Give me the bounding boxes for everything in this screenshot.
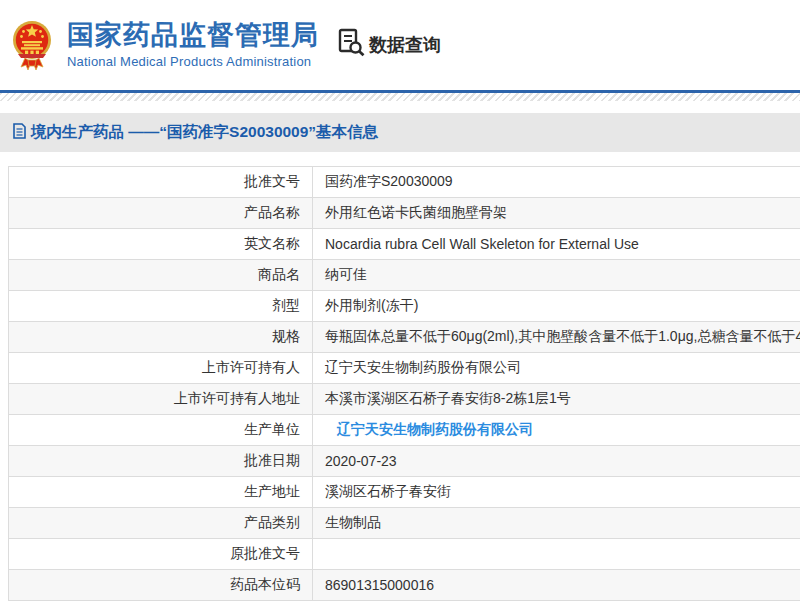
table-row: 生产地址 溪湖区石桥子春安街: [9, 477, 800, 508]
row-value: [313, 539, 800, 570]
row-value: 2020-07-23: [313, 446, 800, 477]
section-title-bar: 境内生产药品 ——“国药准字S20030009”基本信息: [0, 113, 800, 152]
row-label: 药品本位码: [9, 570, 313, 601]
national-emblem-icon: [12, 16, 52, 74]
site-logo: 国家药品监督管理局 National Medical Products Admi…: [12, 16, 319, 74]
table-row: 英文名称 Nocardia rubra Cell Wall Skeleton f…: [9, 229, 800, 260]
hatched-divider: [0, 93, 800, 101]
row-label: 生产单位: [9, 415, 313, 446]
table-row: 原批准文号: [9, 539, 800, 570]
row-value: 辽宁天安生物制药股份有限公司: [313, 353, 800, 384]
row-value: 生物制品: [313, 508, 800, 539]
table-row: 批准文号 国药准字S20030009: [9, 167, 800, 198]
row-label: 批准日期: [9, 446, 313, 477]
row-value: 86901315000016: [313, 570, 800, 601]
table-row: 规格 每瓶固体总量不低于60μg(2ml),其中胞壁酸含量不低于1.0μg,总糖…: [9, 322, 800, 353]
row-value: 外用红色诺卡氏菌细胞壁骨架: [313, 198, 800, 229]
row-label: 剂型: [9, 291, 313, 322]
row-value: 外用制剂(冻干): [313, 291, 800, 322]
nav-data-query[interactable]: 数据查询: [338, 28, 441, 61]
table-row: 药品本位码 86901315000016: [9, 570, 800, 601]
row-value: 溪湖区石桥子春安街: [313, 477, 800, 508]
drug-info-table-wrap: 批准文号 国药准字S20030009 产品名称 外用红色诺卡氏菌细胞壁骨架 英文…: [8, 166, 800, 601]
table-row: 产品名称 外用红色诺卡氏菌细胞壁骨架: [9, 198, 800, 229]
row-value: 辽宁天安生物制药股份有限公司: [313, 415, 800, 446]
nav-data-query-label: 数据查询: [369, 33, 441, 57]
table-row: 上市许可持有人地址 本溪市溪湖区石桥子春安街8-2栋1层1号: [9, 384, 800, 415]
producer-link[interactable]: 辽宁天安生物制药股份有限公司: [337, 421, 533, 437]
site-header: 国家药品监督管理局 National Medical Products Admi…: [0, 0, 800, 93]
table-row: 生产单位 辽宁天安生物制药股份有限公司: [9, 415, 800, 446]
row-value: Nocardia rubra Cell Wall Skeleton for Ex…: [313, 229, 800, 260]
row-label: 产品名称: [9, 198, 313, 229]
row-label: 批准文号: [9, 167, 313, 198]
org-name-zh: 国家药品监督管理局: [67, 21, 319, 51]
org-name-en: National Medical Products Administration: [67, 54, 319, 69]
row-label: 原批准文号: [9, 539, 313, 570]
table-row: 商品名 纳可佳: [9, 260, 800, 291]
table-row: 批准日期 2020-07-23: [9, 446, 800, 477]
page-icon: [13, 123, 26, 143]
row-label: 生产地址: [9, 477, 313, 508]
row-label: 英文名称: [9, 229, 313, 260]
table-row: 上市许可持有人 辽宁天安生物制药股份有限公司: [9, 353, 800, 384]
row-value: 每瓶固体总量不低于60μg(2ml),其中胞壁酸含量不低于1.0μg,总糖含量不…: [313, 322, 800, 353]
row-value: 国药准字S20030009: [313, 167, 800, 198]
row-label: 商品名: [9, 260, 313, 291]
row-value: 本溪市溪湖区石桥子春安街8-2栋1层1号: [313, 384, 800, 415]
row-value: 纳可佳: [313, 260, 800, 291]
row-label: 上市许可持有人地址: [9, 384, 313, 415]
table-row: 剂型 外用制剂(冻干): [9, 291, 800, 322]
drug-info-table: 批准文号 国药准字S20030009 产品名称 外用红色诺卡氏菌细胞壁骨架 英文…: [8, 166, 800, 601]
page-title: 境内生产药品 ——“国药准字S20030009”基本信息: [31, 122, 378, 143]
row-label: 上市许可持有人: [9, 353, 313, 384]
table-row: 产品类别 生物制品: [9, 508, 800, 539]
row-label: 规格: [9, 322, 313, 353]
row-label: 产品类别: [9, 508, 313, 539]
document-search-icon: [338, 28, 365, 61]
